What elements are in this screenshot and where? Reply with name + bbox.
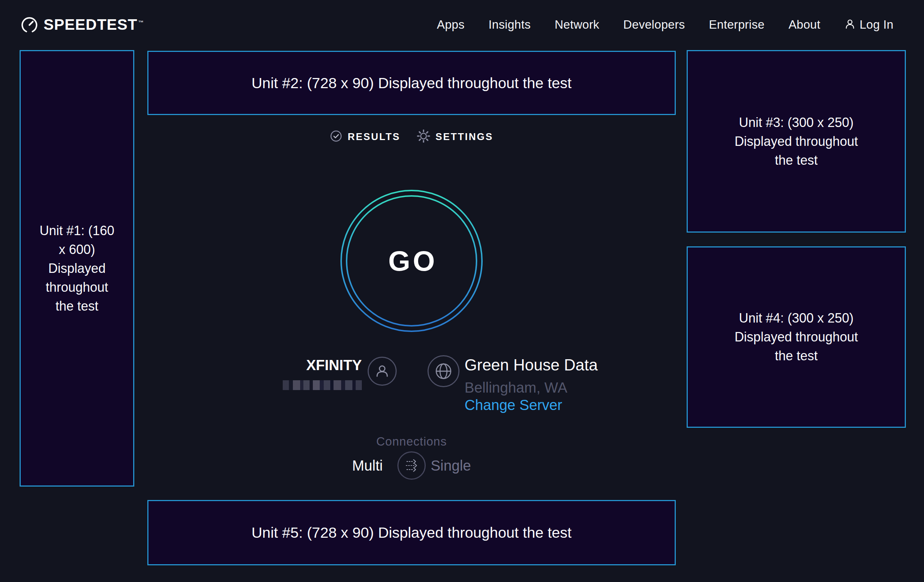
tab-settings-label: SETTINGS — [436, 131, 493, 143]
connections-label: Connections — [147, 435, 676, 448]
nav-item-insights[interactable]: Insights — [488, 18, 531, 31]
go-button[interactable]: GO — [339, 188, 484, 333]
ad-unit-1-text: Unit #1: (160 x 600) Displayed throughou… — [38, 221, 116, 316]
user-circle-icon — [368, 357, 397, 386]
tab-bar: RESULTS SETTING — [147, 130, 676, 144]
user-icon — [844, 18, 856, 31]
gauge-icon — [20, 15, 38, 34]
connections-toggle[interactable] — [398, 452, 426, 480]
server-name: Green House Data — [465, 356, 598, 374]
login-button[interactable]: Log In — [844, 18, 894, 31]
connections-multi-option[interactable]: Multi — [352, 458, 383, 474]
speedtest-logo[interactable]: SPEEDTEST™ — [20, 15, 144, 34]
nav-item-about[interactable]: About — [789, 18, 820, 31]
top-nav-bar: SPEEDTEST™ Apps Insights Network Develop… — [0, 0, 924, 49]
redacted-ip-address — [283, 380, 362, 390]
ad-unit-5-text: Unit #5: (728 x 90) Displayed throughout… — [251, 523, 572, 542]
nav-item-developers[interactable]: Developers — [623, 18, 685, 31]
ad-unit-4-rectangle[interactable]: Unit #4: (300 x 250) Displayed throughou… — [686, 246, 906, 428]
ad-unit-4-text: Unit #4: (300 x 250) Displayed throughou… — [733, 309, 860, 365]
globe-icon — [427, 355, 459, 387]
speedtest-main-panel: RESULTS SETTING — [147, 115, 676, 500]
nav-item-network[interactable]: Network — [554, 18, 599, 31]
multi-arrows-icon — [398, 452, 425, 480]
nav-item-apps[interactable]: Apps — [437, 18, 465, 31]
ad-unit-5-leaderboard[interactable]: Unit #5: (728 x 90) Displayed throughout… — [147, 500, 676, 565]
tab-settings[interactable]: SETTINGS — [417, 130, 493, 144]
trademark-symbol: ™ — [138, 19, 144, 25]
ad-unit-1-skyscraper[interactable]: Unit #1: (160 x 600) Displayed throughou… — [20, 50, 134, 486]
ad-unit-3-text: Unit #3: (300 x 250) Displayed throughou… — [733, 113, 860, 170]
check-circle-icon — [330, 130, 342, 144]
login-label: Log In — [860, 18, 894, 31]
gear-icon — [417, 130, 430, 144]
ad-unit-3-rectangle[interactable]: Unit #3: (300 x 250) Displayed throughou… — [686, 50, 906, 232]
isp-name: XFINITY — [306, 357, 362, 373]
change-server-link[interactable]: Change Server — [465, 397, 562, 413]
connections-single-option[interactable]: Single — [431, 458, 471, 474]
tab-results[interactable]: RESULTS — [330, 130, 400, 144]
server-location: Bellingham, WA — [465, 379, 567, 396]
ad-unit-2-text: Unit #2: (728 x 90) Displayed throughout… — [251, 74, 572, 92]
tab-results-label: RESULTS — [348, 131, 400, 143]
main-nav: Apps Insights Network Developers Enterpr… — [437, 18, 894, 31]
ad-unit-2-leaderboard[interactable]: Unit #2: (728 x 90) Displayed throughout… — [147, 51, 676, 115]
nav-item-enterprise[interactable]: Enterprise — [709, 18, 764, 31]
logo-wordmark: SPEEDTEST™ — [43, 15, 144, 34]
go-button-label: GO — [339, 188, 484, 333]
